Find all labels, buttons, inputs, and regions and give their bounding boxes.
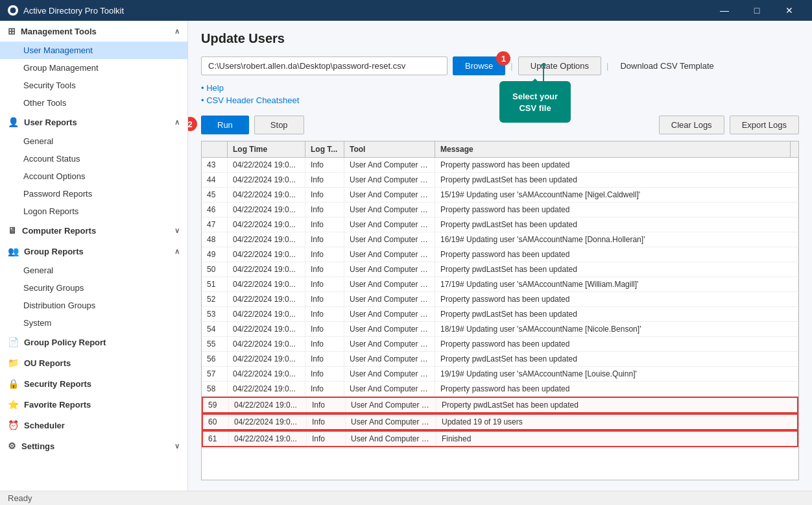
cell-num: 53 xyxy=(202,307,228,321)
table-body[interactable]: 43 04/22/2024 19:0... Info User And Comp… xyxy=(202,158,798,480)
cell-logt: Info xyxy=(305,158,344,172)
download-csv-button[interactable]: Download CSV Template xyxy=(614,57,720,75)
title-bar: Active Directory Pro Toolkit — □ ✕ xyxy=(0,0,812,21)
sidebar-section-scheduler[interactable]: ⏰ Scheduler xyxy=(0,415,187,436)
sidebar-item-password-reports[interactable]: Password Reports xyxy=(0,185,187,203)
cell-num: 46 xyxy=(202,203,228,217)
sidebar-section-user-reports[interactable]: 👤 User Reports ∧ xyxy=(0,112,187,132)
app-title: Active Directory Pro Toolkit xyxy=(23,6,124,16)
cell-tool: User And Computer U... xyxy=(344,277,435,291)
sidebar-section-management-tools[interactable]: ⊞ Management Tools ∧ xyxy=(0,21,187,42)
clear-logs-button[interactable]: Clear Logs xyxy=(659,116,724,134)
app-icon xyxy=(8,5,18,16)
cell-logtime: 04/22/2024 19:0... xyxy=(228,277,305,291)
minimize-button[interactable]: — xyxy=(710,0,739,21)
sidebar-scroll[interactable]: ⊞ Management Tools ∧ User Management Gro… xyxy=(0,21,187,491)
cell-logtime: 04/22/2024 19:0... xyxy=(228,232,305,247)
sidebar-item-security-tools[interactable]: Security Tools xyxy=(0,77,187,94)
cell-tool: User And Computer U... xyxy=(344,188,435,202)
badge-1: 1 xyxy=(496,51,510,66)
settings-label: Settings xyxy=(21,441,54,451)
sidebar-item-system[interactable]: System xyxy=(0,314,187,332)
stop-button[interactable]: Stop xyxy=(254,116,304,134)
sidebar-item-general-gr[interactable]: General xyxy=(0,262,187,279)
sidebar-section-group-reports[interactable]: 👥 Group Reports ∧ xyxy=(0,241,187,262)
cell-msg: Property pwdLastSet has been updated xyxy=(435,217,798,232)
cell-msg: Property password has been updated xyxy=(435,337,798,351)
cell-num: 55 xyxy=(202,337,228,351)
sidebar-section-group-policy[interactable]: 📄 Group Policy Report xyxy=(0,332,187,352)
cell-tool: User And Computer U... xyxy=(344,292,435,306)
table-row: 51 04/22/2024 19:0... Info User And Comp… xyxy=(202,277,798,292)
cell-msg: Property pwdLastSet has been updated xyxy=(436,398,797,412)
table-row: 53 04/22/2024 19:0... Info User And Comp… xyxy=(202,307,798,322)
sidebar-section-settings[interactable]: ⚙ Settings ∨ xyxy=(0,436,187,456)
group-policy-icon: 📄 xyxy=(8,337,19,347)
file-path-input[interactable] xyxy=(201,56,448,75)
cell-tool: User And Computer U... xyxy=(344,247,435,262)
management-tools-chevron: ∧ xyxy=(174,27,180,36)
table-row: 50 04/22/2024 19:0... Info User And Comp… xyxy=(202,262,798,277)
sidebar-item-other-tools[interactable]: Other Tools xyxy=(0,94,187,112)
cell-logt: Info xyxy=(305,352,344,366)
scheduler-icon: ⏰ xyxy=(8,420,19,430)
table-row: 45 04/22/2024 19:0... Info User And Comp… xyxy=(202,188,798,203)
sidebar-item-account-options[interactable]: Account Options xyxy=(0,167,187,185)
sidebar-section-security-reports[interactable]: 🔒 Security Reports xyxy=(0,373,187,394)
export-logs-button[interactable]: Export Logs xyxy=(730,116,799,134)
cell-logt: Info xyxy=(307,398,346,412)
tooltip-bubble: Select yourCSV file xyxy=(499,81,571,123)
sidebar-section-favorite-reports[interactable]: ⭐ Favorite Reports xyxy=(0,394,187,415)
close-button[interactable]: ✕ xyxy=(774,0,804,21)
cell-logt: Info xyxy=(305,307,344,321)
table-row: 44 04/22/2024 19:0... Info User And Comp… xyxy=(202,173,798,188)
cell-logt: Info xyxy=(305,173,344,187)
sidebar-section-ou-reports[interactable]: 📁 OU Reports xyxy=(0,352,187,373)
status-bar: Ready xyxy=(0,491,812,505)
table-row: 54 04/22/2024 19:0... Info User And Comp… xyxy=(202,322,798,337)
cell-logtime: 04/22/2024 19:0... xyxy=(229,432,307,446)
update-options-button[interactable]: Update Options xyxy=(518,56,601,75)
sidebar-item-general[interactable]: General xyxy=(0,132,187,150)
table-row: 43 04/22/2024 19:0... Info User And Comp… xyxy=(202,158,798,173)
cell-num: 61 xyxy=(203,432,229,446)
group-policy-label: Group Policy Report xyxy=(24,338,106,347)
favorite-reports-label: Favorite Reports xyxy=(24,400,91,410)
cell-tool: User And Computer U... xyxy=(346,432,436,446)
user-reports-label: User Reports xyxy=(24,117,77,127)
management-tools-label: Management Tools xyxy=(21,27,97,36)
sidebar-item-logon-reports[interactable]: Logon Reports xyxy=(0,203,187,220)
sidebar-item-distribution-groups[interactable]: Distribution Groups xyxy=(0,297,187,314)
col-header-logtime: Log Time xyxy=(228,142,305,157)
badge-2: 2 xyxy=(188,117,197,131)
sidebar-item-security-groups[interactable]: Security Groups xyxy=(0,279,187,297)
cell-tool: User And Computer U... xyxy=(344,307,435,321)
cell-num: 56 xyxy=(202,352,228,366)
user-reports-chevron: ∧ xyxy=(174,118,180,127)
cell-msg: Property password has been updated xyxy=(435,292,798,306)
cell-logtime: 04/22/2024 19:0... xyxy=(228,292,305,306)
computer-reports-chevron: ∨ xyxy=(174,227,180,235)
cell-msg: Property password has been updated xyxy=(435,158,798,172)
table-row: 56 04/22/2024 19:0... Info User And Comp… xyxy=(202,352,798,367)
computer-reports-label: Computer Reports xyxy=(22,226,96,236)
table-row: 49 04/22/2024 19:0... Info User And Comp… xyxy=(202,247,798,262)
cell-msg: 18/19# Updating user 'sAMAccountName [Ni… xyxy=(435,322,798,336)
cell-num: 45 xyxy=(202,188,228,202)
sidebar-item-account-status[interactable]: Account Status xyxy=(0,150,187,167)
cell-tool: User And Computer U... xyxy=(344,217,435,232)
sidebar-item-group-management[interactable]: Group Management xyxy=(0,59,187,77)
cell-msg: Property pwdLastSet has been updated xyxy=(435,173,798,187)
sidebar-item-user-management[interactable]: User Management xyxy=(0,42,187,59)
group-reports-chevron: ∧ xyxy=(174,247,180,256)
sidebar-section-computer-reports[interactable]: 🖥 Computer Reports ∨ xyxy=(0,220,187,241)
run-button[interactable]: Run xyxy=(201,116,249,134)
cell-logt: Info xyxy=(305,322,344,336)
maximize-button[interactable]: □ xyxy=(742,0,772,21)
cell-tool: User And Computer U... xyxy=(344,262,435,277)
cell-num: 48 xyxy=(202,232,228,247)
table-row: 61 04/22/2024 19:0... Info User And Comp… xyxy=(202,430,798,447)
cell-msg: Property pwdLastSet has been updated xyxy=(435,307,798,321)
table-row: 55 04/22/2024 19:0... Info User And Comp… xyxy=(202,337,798,352)
table-row: 46 04/22/2024 19:0... Info User And Comp… xyxy=(202,203,798,217)
